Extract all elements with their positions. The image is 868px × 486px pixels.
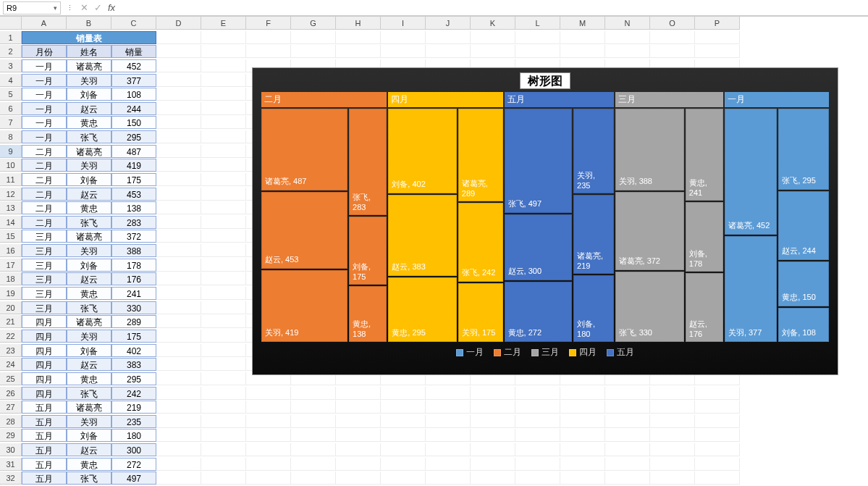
cell[interactable] [156, 458, 201, 471]
table-header[interactable]: 销量 [111, 45, 156, 58]
cell[interactable] [246, 401, 291, 414]
table-cell[interactable]: 赵云 [67, 188, 111, 201]
treemap-tile[interactable]: 刘备, 175 [349, 217, 387, 285]
cell[interactable] [201, 443, 246, 456]
treemap-tile[interactable]: 赵云, 244 [778, 191, 829, 260]
cell[interactable] [156, 259, 201, 272]
table-cell[interactable]: 黄忠 [67, 458, 111, 471]
table-cell[interactable]: 诸葛亮 [67, 315, 111, 328]
cell[interactable] [336, 387, 381, 400]
cell[interactable] [201, 159, 246, 172]
cell[interactable] [201, 358, 246, 371]
treemap-tile[interactable]: 黄忠, 295 [388, 277, 457, 342]
treemap-tile[interactable]: 张飞, 330 [615, 272, 684, 342]
treemap-tile[interactable]: 关羽, 235 [573, 109, 613, 193]
legend-item[interactable]: 一月 [456, 346, 484, 359]
legend-item[interactable]: 三月 [531, 346, 559, 359]
table-cell[interactable]: 289 [111, 315, 156, 328]
table-title[interactable]: 销量表 [22, 31, 156, 44]
table-cell[interactable]: 二月 [22, 159, 67, 172]
table-cell[interactable]: 108 [111, 88, 156, 101]
cell[interactable] [515, 415, 560, 428]
row-header[interactable]: 24 [0, 358, 22, 371]
cell[interactable] [156, 74, 201, 87]
table-cell[interactable]: 张飞 [67, 216, 111, 229]
cell[interactable] [156, 230, 201, 243]
treemap-tile[interactable]: 诸葛亮, 452 [725, 109, 777, 235]
row-header[interactable]: 12 [0, 188, 22, 201]
table-cell[interactable]: 四月 [22, 358, 67, 371]
treemap-tile[interactable]: 关羽, 175 [458, 283, 503, 342]
table-cell[interactable]: 刘备 [67, 173, 111, 186]
cell[interactable] [246, 458, 291, 471]
table-cell[interactable]: 刘备 [67, 344, 111, 357]
cell[interactable] [515, 443, 560, 456]
cell[interactable] [201, 287, 246, 300]
cell[interactable] [426, 429, 471, 442]
row-header[interactable]: 29 [0, 429, 22, 442]
cell[interactable] [156, 31, 201, 44]
cell[interactable] [695, 387, 740, 400]
row-header[interactable]: 1 [0, 31, 22, 44]
table-cell[interactable]: 175 [111, 330, 156, 343]
cell[interactable] [515, 387, 560, 400]
table-cell[interactable]: 三月 [22, 230, 67, 243]
row-header[interactable]: 15 [0, 230, 22, 243]
cell[interactable] [156, 301, 201, 314]
row-header[interactable]: 11 [0, 173, 22, 186]
cell[interactable] [650, 472, 695, 485]
cell[interactable] [515, 472, 560, 485]
cell[interactable] [156, 330, 201, 343]
cell[interactable] [381, 387, 426, 400]
cell[interactable] [515, 31, 560, 44]
cell[interactable] [201, 401, 246, 414]
table-cell[interactable]: 四月 [22, 315, 67, 328]
table-cell[interactable]: 272 [111, 458, 156, 471]
cell[interactable] [336, 415, 381, 428]
treemap-tile[interactable]: 诸葛亮, 219 [573, 195, 613, 274]
cell[interactable] [471, 458, 515, 471]
table-cell[interactable]: 二月 [22, 173, 67, 186]
cell[interactable] [650, 45, 695, 58]
cell[interactable] [156, 45, 201, 58]
treemap-tile[interactable]: 关羽, 419 [261, 270, 347, 342]
table-cell[interactable]: 235 [111, 415, 156, 428]
table-cell[interactable]: 一月 [22, 74, 67, 87]
cell[interactable] [560, 458, 605, 471]
row-header[interactable]: 32 [0, 472, 22, 485]
cell[interactable] [560, 415, 605, 428]
cell[interactable] [426, 443, 471, 456]
cell[interactable] [560, 45, 605, 58]
column-header[interactable]: K [471, 17, 515, 30]
table-cell[interactable]: 383 [111, 358, 156, 371]
table-cell[interactable]: 四月 [22, 387, 67, 400]
treemap-tile[interactable]: 张飞, 497 [505, 109, 572, 213]
treemap-tile[interactable]: 赵云, 176 [686, 273, 723, 342]
row-header[interactable]: 4 [0, 74, 22, 87]
cell[interactable] [471, 401, 515, 414]
cell[interactable] [336, 472, 381, 485]
cell[interactable] [695, 429, 740, 442]
cell[interactable] [201, 45, 246, 58]
legend-item[interactable]: 二月 [494, 346, 521, 359]
cell[interactable] [156, 159, 201, 172]
table-cell[interactable]: 244 [111, 102, 156, 115]
cell[interactable] [201, 188, 246, 201]
treemap-tile[interactable]: 赵云, 453 [261, 192, 347, 269]
cell[interactable] [515, 45, 560, 58]
table-cell[interactable]: 一月 [22, 102, 67, 115]
row-header[interactable]: 10 [0, 159, 22, 172]
cell[interactable] [695, 443, 740, 456]
table-cell[interactable]: 138 [111, 201, 156, 214]
cell[interactable] [695, 415, 740, 428]
cell[interactable] [201, 472, 246, 485]
table-cell[interactable]: 二月 [22, 201, 67, 214]
cell[interactable] [201, 259, 246, 272]
cell[interactable] [650, 401, 695, 414]
column-header[interactable]: E [201, 17, 246, 30]
cell[interactable] [650, 429, 695, 442]
treemap-tile[interactable]: 张飞, 283 [349, 109, 387, 215]
cell[interactable] [426, 45, 471, 58]
table-cell[interactable]: 377 [111, 74, 156, 87]
treemap-tile[interactable]: 诸葛亮, 487 [261, 109, 347, 190]
